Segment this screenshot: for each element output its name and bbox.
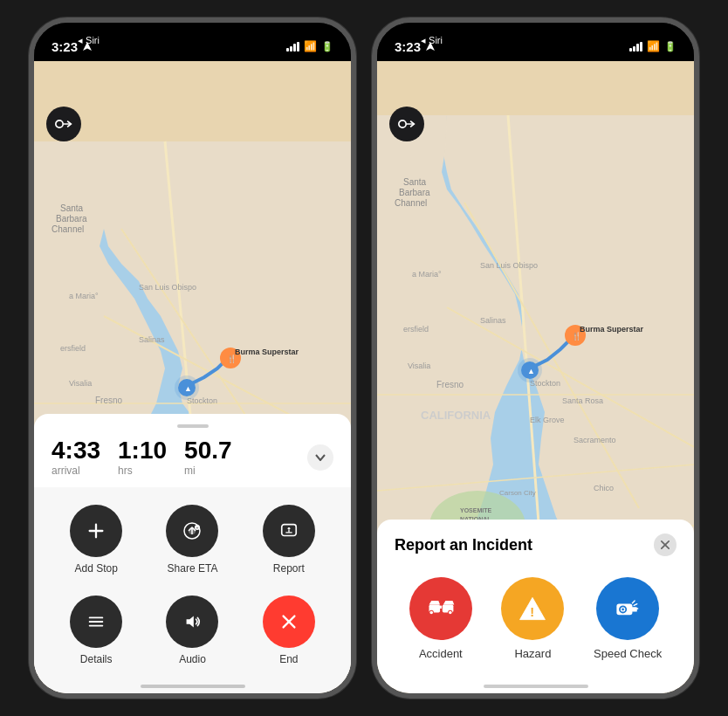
nav-stat-arrival: 4:33 arrival <box>52 438 100 477</box>
battery-left: 🔋 <box>321 41 333 52</box>
audio-label: Audio <box>179 653 206 665</box>
svg-point-91 <box>429 611 433 615</box>
add-stop-label: Add Stop <box>74 562 117 575</box>
notch-left <box>136 23 250 47</box>
svg-text:!: ! <box>531 605 535 619</box>
distance-label: mi <box>184 465 196 477</box>
panel-handle <box>177 424 209 428</box>
end-icon-circle <box>263 596 315 648</box>
share-eta-button[interactable]: + Share ETA <box>144 494 240 585</box>
svg-point-28 <box>56 120 63 127</box>
svg-point-95 <box>449 611 452 615</box>
svg-text:Sacramento: Sacramento <box>573 436 616 444</box>
hazard-icon: ! <box>517 593 548 624</box>
svg-text:Burma Superstar: Burma Superstar <box>580 325 644 334</box>
battery-right: 🔋 <box>664 41 676 52</box>
svg-rect-101 <box>629 607 637 611</box>
incident-panel: Report an Incident <box>377 520 694 693</box>
close-icon <box>661 540 670 549</box>
audio-icon-circle <box>166 596 218 648</box>
time-right: 3:23 <box>395 39 421 54</box>
duration-value: 1:10 <box>118 438 167 463</box>
hazard-icon-circle: ! <box>501 577 564 640</box>
details-icon <box>86 612 106 631</box>
audio-button[interactable]: Audio <box>144 585 240 676</box>
chevron-down-icon <box>315 454 326 461</box>
nav-arrow-btn-right[interactable] <box>389 107 424 141</box>
phone-right: 3:23 ◂ Siri 📶 🔋 <box>372 17 699 699</box>
svg-line-105 <box>633 601 635 603</box>
svg-marker-89 <box>429 601 440 605</box>
wifi-left: 📶 <box>304 40 317 52</box>
incident-header: Report an Incident <box>377 534 694 570</box>
incident-title: Report an Incident <box>395 536 532 554</box>
share-eta-icon: + <box>182 520 203 541</box>
svg-text:Santa Rosa: Santa Rosa <box>562 396 603 405</box>
svg-text:San Luis Obispo: San Luis Obispo <box>139 283 196 292</box>
action-buttons-grid: Add Stop + Share ETA <box>34 487 351 693</box>
nav-bottom-panel: 4:33 arrival 1:10 hrs 50.7 mi <box>34 414 351 693</box>
svg-text:Barbara: Barbara <box>399 188 430 197</box>
share-eta-icon-circle: + <box>166 505 218 557</box>
svg-text:Santa: Santa <box>403 177 427 187</box>
notch-right <box>479 23 593 47</box>
svg-text:Carson City: Carson City <box>499 489 536 497</box>
incident-close-button[interactable] <box>654 534 676 556</box>
hazard-button[interactable]: ! Hazard <box>501 577 564 660</box>
home-indicator-right <box>484 685 588 688</box>
phone-left: 3:23 ◂ Siri 📶 🔋 <box>29 17 356 699</box>
svg-line-106 <box>634 604 637 606</box>
arrow-icon-right <box>398 117 416 131</box>
svg-text:ersfield: ersfield <box>60 344 86 353</box>
svg-text:Fresno: Fresno <box>436 380 464 389</box>
share-eta-label: Share ETA <box>168 562 218 575</box>
svg-text:a Maria°: a Maria° <box>69 292 99 300</box>
report-icon <box>279 521 299 540</box>
svg-text:ersfield: ersfield <box>403 325 429 334</box>
expand-chevron-btn[interactable] <box>307 444 333 471</box>
svg-text:San Luis Obispo: San Luis Obispo <box>480 261 538 270</box>
accident-icon-circle <box>409 577 472 640</box>
incident-buttons: Accident ! Hazard <box>377 570 694 667</box>
plus-icon <box>86 521 106 540</box>
svg-text:▲: ▲ <box>527 367 535 375</box>
svg-text:Barbara: Barbara <box>56 214 87 224</box>
speed-check-button[interactable]: Speed Check <box>594 577 662 660</box>
svg-text:▲: ▲ <box>184 384 192 393</box>
accident-label: Accident <box>419 647 463 660</box>
svg-text:Visalia: Visalia <box>408 361 430 370</box>
svg-text:Salinas: Salinas <box>480 316 506 325</box>
signal-right <box>629 42 642 52</box>
siri-label-left: ◂ Siri <box>78 35 100 46</box>
status-right-left: 📶 🔋 <box>286 40 333 52</box>
nav-arrow-btn-left[interactable] <box>46 107 81 141</box>
add-stop-icon-circle <box>70 505 122 557</box>
hazard-label: Hazard <box>514 647 551 660</box>
svg-text:Visalia: Visalia <box>69 379 92 388</box>
add-stop-button[interactable]: Add Stop <box>48 494 144 585</box>
report-button[interactable]: Report <box>241 494 337 585</box>
details-label: Details <box>80 653 113 665</box>
home-indicator-left <box>141 685 245 688</box>
svg-point-39 <box>287 527 290 530</box>
svg-marker-44 <box>187 616 194 628</box>
end-label: End <box>279 653 298 665</box>
report-icon-circle <box>263 505 315 557</box>
svg-text:Santa: Santa <box>60 203 84 213</box>
signal-left <box>286 42 299 52</box>
svg-text:CALIFORNIA: CALIFORNIA <box>421 409 491 422</box>
arrival-label: arrival <box>52 465 80 477</box>
wifi-right: 📶 <box>647 40 660 52</box>
svg-marker-93 <box>443 601 455 605</box>
details-button[interactable]: Details <box>48 585 144 676</box>
duration-label: hrs <box>118 465 133 477</box>
svg-text:YOSEMITE: YOSEMITE <box>460 507 492 513</box>
distance-value: 50.7 <box>184 438 232 463</box>
svg-point-104 <box>622 609 624 611</box>
accident-button[interactable]: Accident <box>409 577 472 660</box>
nav-stats: 4:33 arrival 1:10 hrs 50.7 mi <box>34 438 351 487</box>
report-label: Report <box>273 562 305 575</box>
end-button[interactable]: End <box>241 585 337 676</box>
details-icon-circle <box>70 596 122 648</box>
svg-text:a Maria°: a Maria° <box>412 270 442 279</box>
